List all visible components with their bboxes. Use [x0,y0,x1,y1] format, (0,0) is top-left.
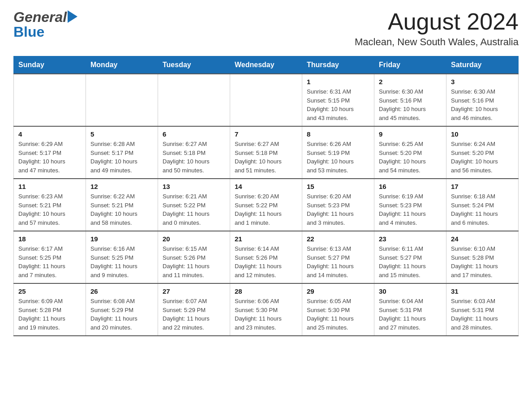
logo-triangle-icon [68,10,77,23]
calendar-day: 22Sunrise: 6:13 AMSunset: 5:27 PMDayligh… [302,231,374,283]
day-number: 27 [163,287,225,295]
day-info: Sunrise: 6:09 AMSunset: 5:28 PMDaylight:… [18,297,81,332]
calendar-day: 2Sunrise: 6:30 AMSunset: 5:16 PMDaylight… [374,74,446,126]
calendar-header-row: Sunday Monday Tuesday Wednesday Thursday… [14,56,519,74]
calendar-day: 7Sunrise: 6:27 AMSunset: 5:18 PMDaylight… [230,126,302,179]
title-block: August 2024 Maclean, New South Wales, Au… [355,9,519,48]
day-info: Sunrise: 6:28 AMSunset: 5:17 PMDaylight:… [90,140,153,175]
day-info: Sunrise: 6:04 AMSunset: 5:31 PMDaylight:… [379,297,442,332]
day-number: 10 [451,130,514,138]
day-info: Sunrise: 6:10 AMSunset: 5:28 PMDaylight:… [451,244,514,279]
day-number: 3 [451,78,514,86]
calendar-day: 30Sunrise: 6:04 AMSunset: 5:31 PMDayligh… [374,283,446,336]
logo-general-text: General [13,9,67,26]
day-info: Sunrise: 6:05 AMSunset: 5:30 PMDaylight:… [307,297,369,332]
calendar-day: 23Sunrise: 6:11 AMSunset: 5:27 PMDayligh… [374,231,446,283]
day-number: 12 [90,183,153,190]
calendar-day: 29Sunrise: 6:05 AMSunset: 5:30 PMDayligh… [302,283,374,336]
calendar-day [158,74,230,126]
day-number: 28 [235,287,297,295]
day-number: 15 [307,183,369,190]
day-number: 25 [18,287,81,295]
calendar-day [14,74,86,126]
page-header: General Blue August 2024 Maclean, New So… [13,9,519,48]
calendar-day: 15Sunrise: 6:20 AMSunset: 5:23 PMDayligh… [302,179,374,231]
day-info: Sunrise: 6:03 AMSunset: 5:31 PMDaylight:… [451,297,514,332]
day-info: Sunrise: 6:16 AMSunset: 5:25 PMDaylight:… [90,244,153,279]
day-number: 11 [18,183,81,190]
svg-marker-0 [68,10,77,23]
calendar-day: 27Sunrise: 6:07 AMSunset: 5:29 PMDayligh… [158,283,230,336]
day-info: Sunrise: 6:19 AMSunset: 5:23 PMDaylight:… [379,192,442,227]
day-info: Sunrise: 6:26 AMSunset: 5:19 PMDaylight:… [307,140,369,175]
logo-blue-text: Blue [13,24,44,40]
calendar-day: 12Sunrise: 6:22 AMSunset: 5:21 PMDayligh… [86,179,158,231]
calendar-day: 17Sunrise: 6:18 AMSunset: 5:24 PMDayligh… [446,179,519,231]
day-number: 9 [379,130,442,138]
day-info: Sunrise: 6:13 AMSunset: 5:27 PMDaylight:… [307,244,369,279]
header-tuesday: Tuesday [158,56,230,74]
day-info: Sunrise: 6:14 AMSunset: 5:26 PMDaylight:… [235,244,297,279]
day-info: Sunrise: 6:22 AMSunset: 5:21 PMDaylight:… [90,192,153,227]
header-friday: Friday [374,56,446,74]
calendar-day: 14Sunrise: 6:20 AMSunset: 5:22 PMDayligh… [230,179,302,231]
day-number: 22 [307,235,369,243]
header-sunday: Sunday [14,56,86,74]
day-info: Sunrise: 6:07 AMSunset: 5:29 PMDaylight:… [163,297,225,332]
calendar-day: 18Sunrise: 6:17 AMSunset: 5:25 PMDayligh… [14,231,86,283]
day-number: 8 [307,130,369,138]
calendar-week-5: 25Sunrise: 6:09 AMSunset: 5:28 PMDayligh… [14,283,519,336]
calendar-day: 28Sunrise: 6:06 AMSunset: 5:30 PMDayligh… [230,283,302,336]
calendar-day: 4Sunrise: 6:29 AMSunset: 5:17 PMDaylight… [14,126,86,179]
calendar-day [86,74,158,126]
day-info: Sunrise: 6:08 AMSunset: 5:29 PMDaylight:… [90,297,153,332]
day-number: 13 [163,183,225,190]
day-number: 1 [307,78,369,86]
day-number: 29 [307,287,369,295]
calendar-day: 20Sunrise: 6:15 AMSunset: 5:26 PMDayligh… [158,231,230,283]
calendar-subtitle: Maclean, New South Wales, Australia [355,36,519,48]
day-info: Sunrise: 6:25 AMSunset: 5:20 PMDaylight:… [379,140,442,175]
calendar-day [230,74,302,126]
day-number: 24 [451,235,514,243]
day-number: 18 [18,235,81,243]
calendar-day: 11Sunrise: 6:23 AMSunset: 5:21 PMDayligh… [14,179,86,231]
header-thursday: Thursday [302,56,374,74]
header-wednesday: Wednesday [230,56,302,74]
calendar-day: 19Sunrise: 6:16 AMSunset: 5:25 PMDayligh… [86,231,158,283]
calendar-day: 16Sunrise: 6:19 AMSunset: 5:23 PMDayligh… [374,179,446,231]
day-number: 14 [235,183,297,190]
logo: General Blue [13,9,77,40]
day-number: 19 [90,235,153,243]
day-info: Sunrise: 6:30 AMSunset: 5:16 PMDaylight:… [379,87,442,122]
day-number: 7 [235,130,297,138]
calendar-day: 25Sunrise: 6:09 AMSunset: 5:28 PMDayligh… [14,283,86,336]
day-info: Sunrise: 6:15 AMSunset: 5:26 PMDaylight:… [163,244,225,279]
day-number: 20 [163,235,225,243]
day-info: Sunrise: 6:24 AMSunset: 5:20 PMDaylight:… [451,140,514,175]
day-info: Sunrise: 6:29 AMSunset: 5:17 PMDaylight:… [18,140,81,175]
calendar-day: 1Sunrise: 6:31 AMSunset: 5:15 PMDaylight… [302,74,374,126]
day-number: 16 [379,183,442,190]
calendar-day: 10Sunrise: 6:24 AMSunset: 5:20 PMDayligh… [446,126,519,179]
day-number: 4 [18,130,81,138]
calendar-title: August 2024 [355,9,519,34]
day-info: Sunrise: 6:21 AMSunset: 5:22 PMDaylight:… [163,192,225,227]
calendar-day: 13Sunrise: 6:21 AMSunset: 5:22 PMDayligh… [158,179,230,231]
calendar-table: Sunday Monday Tuesday Wednesday Thursday… [13,56,519,336]
calendar-day: 9Sunrise: 6:25 AMSunset: 5:20 PMDaylight… [374,126,446,179]
calendar-week-4: 18Sunrise: 6:17 AMSunset: 5:25 PMDayligh… [14,231,519,283]
calendar-week-1: 1Sunrise: 6:31 AMSunset: 5:15 PMDaylight… [14,74,519,126]
calendar-day: 24Sunrise: 6:10 AMSunset: 5:28 PMDayligh… [446,231,519,283]
calendar-week-3: 11Sunrise: 6:23 AMSunset: 5:21 PMDayligh… [14,179,519,231]
day-info: Sunrise: 6:23 AMSunset: 5:21 PMDaylight:… [18,192,81,227]
calendar-week-2: 4Sunrise: 6:29 AMSunset: 5:17 PMDaylight… [14,126,519,179]
day-number: 26 [90,287,153,295]
calendar-day: 8Sunrise: 6:26 AMSunset: 5:19 PMDaylight… [302,126,374,179]
calendar-day: 6Sunrise: 6:27 AMSunset: 5:18 PMDaylight… [158,126,230,179]
day-number: 2 [379,78,442,86]
day-number: 30 [379,287,442,295]
day-info: Sunrise: 6:27 AMSunset: 5:18 PMDaylight:… [235,140,297,175]
day-info: Sunrise: 6:06 AMSunset: 5:30 PMDaylight:… [235,297,297,332]
day-info: Sunrise: 6:27 AMSunset: 5:18 PMDaylight:… [163,140,225,175]
